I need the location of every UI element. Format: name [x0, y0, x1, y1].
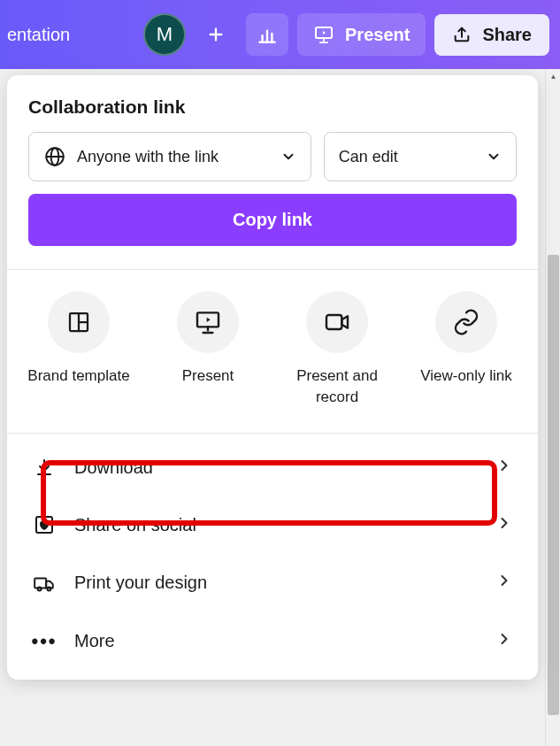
access-selector[interactable]: Anyone with the link	[28, 132, 311, 181]
svg-rect-21	[326, 315, 341, 329]
action-grid: Brand template Present Present and rec	[7, 270, 538, 433]
more-item[interactable]: ••• More	[7, 612, 538, 671]
analytics-button[interactable]	[246, 13, 288, 56]
menu-label: Share on social	[74, 515, 478, 535]
truck-icon	[33, 572, 56, 595]
presentation-icon	[313, 24, 334, 45]
action-label: View-only link	[420, 365, 512, 387]
scrollbar[interactable]: ▲	[545, 69, 560, 746]
view-only-link-action[interactable]: View-only link	[405, 291, 527, 408]
share-button[interactable]: Share	[434, 14, 549, 56]
chevron-right-icon	[495, 630, 513, 648]
plus-icon	[206, 25, 226, 44]
permission-label: Can edit	[339, 148, 398, 166]
action-label: Present and record	[276, 365, 398, 408]
svg-point-27	[38, 587, 42, 590]
add-user-button[interactable]	[195, 13, 237, 56]
dots-icon: •••	[32, 630, 57, 653]
chevron-right-icon	[495, 572, 513, 589]
menu-label: Download	[74, 458, 478, 478]
presentation-icon	[194, 308, 222, 336]
chevron-down-icon	[486, 149, 502, 165]
present-action[interactable]: Present	[147, 291, 269, 408]
scrollbar-thumb[interactable]	[548, 255, 559, 715]
menu-label: Print your design	[74, 573, 478, 593]
present-button[interactable]: Present	[297, 13, 426, 56]
chart-icon	[256, 23, 279, 46]
avatar-initial: M	[157, 23, 173, 46]
upload-icon	[452, 25, 472, 44]
download-icon	[34, 457, 55, 478]
globe-icon	[43, 145, 66, 168]
chevron-right-icon	[495, 514, 513, 532]
brand-template-action[interactable]: Brand template	[18, 291, 140, 408]
topbar-title-fragment: entation	[0, 25, 70, 45]
share-label: Share	[482, 25, 532, 45]
topbar: entation M Present Share	[0, 0, 560, 69]
svg-marker-18	[207, 318, 211, 322]
download-item[interactable]: Download	[7, 439, 538, 496]
layout-icon	[65, 309, 92, 335]
access-label: Anyone with the link	[77, 148, 219, 166]
present-record-action[interactable]: Present and record	[276, 291, 398, 408]
scroll-up-arrow-icon[interactable]: ▲	[546, 69, 560, 84]
action-label: Present	[182, 365, 234, 387]
permission-selector[interactable]: Can edit	[324, 132, 517, 181]
video-icon	[323, 308, 351, 336]
heart-icon	[34, 514, 55, 535]
avatar[interactable]: M	[143, 13, 186, 56]
chevron-down-icon	[280, 149, 296, 165]
share-social-item[interactable]: Share on social	[7, 496, 538, 554]
svg-point-28	[47, 587, 50, 590]
chevron-right-icon	[495, 457, 513, 474]
menu-list: Download Share on social	[7, 434, 538, 680]
copy-link-button[interactable]: Copy link	[28, 194, 517, 246]
action-label: Brand template	[27, 365, 129, 387]
print-design-item[interactable]: Print your design	[7, 554, 538, 612]
svg-marker-7	[323, 31, 326, 35]
present-label: Present	[345, 25, 410, 45]
share-panel: Collaboration link Anyone with the link …	[7, 75, 538, 680]
link-icon	[452, 308, 480, 336]
menu-label: More	[74, 631, 478, 651]
panel-title: Collaboration link	[28, 96, 517, 118]
